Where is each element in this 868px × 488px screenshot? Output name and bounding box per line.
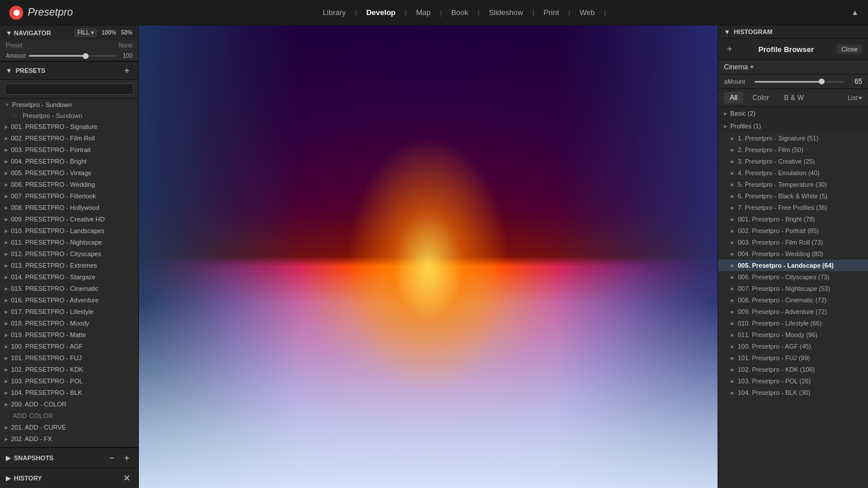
preset-group-header-16[interactable]: ▶017. PRESETPRO - Lifestyle xyxy=(0,306,138,317)
logo-icon: ⬤ xyxy=(9,6,23,20)
preset-group-header-2[interactable]: ▶003. PRESETPRO - Portrait xyxy=(0,144,138,156)
nav-book[interactable]: Book xyxy=(446,6,475,19)
presets-header[interactable]: ▼ Presets + xyxy=(0,62,138,80)
preset-group-header-22[interactable]: ▶103. PRESETPRO - POL xyxy=(0,375,138,387)
amount-label: Amount xyxy=(6,53,25,59)
profile-sub-item-14[interactable]: ▶ 103. Presetpro - POL (26) xyxy=(718,375,868,387)
profile-sub-item-8[interactable]: ▶ 009. Presetpro - Adventure (72) xyxy=(718,306,868,317)
cinema-row: Cinema + xyxy=(718,60,868,75)
profile-sub-item-10[interactable]: ▶ 011. Presetpro - Moody (96) xyxy=(718,329,868,341)
preset-group-header-26[interactable]: ▶202. ADD - FX xyxy=(0,433,138,445)
histogram-header[interactable]: ▼ Histogram xyxy=(718,25,868,39)
basic-group-arrow: ▶ xyxy=(724,111,727,116)
preset-group-header-10[interactable]: ▶011. PRESETPRO - Nightscape xyxy=(0,236,138,248)
preset-label: Preset xyxy=(6,42,23,49)
preset-group-header-24[interactable]: ▶200. ADD - COLOR xyxy=(0,398,138,410)
right-panel: ▼ Histogram + Profile Browser Close Cine… xyxy=(718,25,868,488)
preset-group-header-9[interactable]: ▶010. PRESETPRO - Landscapes xyxy=(0,225,138,236)
preset-group-header-14[interactable]: ▶015. PRESETPRO - Cinematic xyxy=(0,283,138,294)
profile-sub-item-4[interactable]: ▶ 005. Presetpro - Landscape (64) xyxy=(718,260,868,271)
navigator-header[interactable]: ▼ Navigator Fill ▾ 100% 50% xyxy=(0,25,138,40)
nav-web[interactable]: Web xyxy=(573,6,601,19)
history-header[interactable]: ▶ History ✕ xyxy=(0,468,138,488)
history-chevron: ▶ xyxy=(6,475,10,482)
main-photo xyxy=(139,25,718,488)
profile-sub-item-12[interactable]: ▶ 101. Presetpro - FUJ (99) xyxy=(718,352,868,364)
profile-sub-item-7[interactable]: ▶ 008. Presetpro - Cinematic (72) xyxy=(718,294,868,306)
profile-sub-item-2[interactable]: ▶ 003. Presetpro - Film Roll (73) xyxy=(718,236,868,248)
top-navigation: ⬤ Presetpro Library | Develop | Map | Bo… xyxy=(0,0,868,25)
history-close-button[interactable]: ✕ xyxy=(121,472,133,484)
amount-value: 100 xyxy=(120,53,133,59)
preset-group-header-3[interactable]: ▶004. PRESETPRO - Bright xyxy=(0,156,138,167)
fill-button[interactable]: Fill ▾ xyxy=(75,28,97,37)
profile-group-header-profiles[interactable]: ▶ Profiles (1) xyxy=(718,120,868,132)
snapshots-minus-button[interactable]: − xyxy=(106,452,117,464)
profile-sub-item-5[interactable]: ▶ 006. Presetpro - Cityscapes (73) xyxy=(718,271,868,283)
preset-group-header-12[interactable]: ▶013. PRESETPRO - Extremes xyxy=(0,260,138,271)
nav-print[interactable]: Print xyxy=(538,6,565,19)
preset-group-header-15[interactable]: ▶016. PRESETPRO - Adventure xyxy=(0,294,138,306)
preset-group-header-19[interactable]: ▶100. PRESETPRO - AGF xyxy=(0,341,138,352)
profile-sub-item-13[interactable]: ▶ 102. Presetpro - KDK (106) xyxy=(718,364,868,375)
preset-group-header-6[interactable]: ▶007. PRESETPRO - Filterlook xyxy=(0,190,138,202)
preset-item-sundown[interactable]: □ Presetpro - Sundown xyxy=(0,110,138,121)
nav-library[interactable]: Library xyxy=(317,6,352,19)
profile-sub-item-1[interactable]: ▶ 002. Presetpro - Portrait (85) xyxy=(718,225,868,236)
profile-sub-item-15[interactable]: ▶ 104. Presetpro - BLK (30) xyxy=(718,387,868,398)
preset-group-header-11[interactable]: ▶012. PRESETPRO - Cityscapes xyxy=(0,248,138,260)
zoom-50-button[interactable]: 50% xyxy=(121,29,133,36)
snow-ground-overlay xyxy=(139,303,718,488)
preset-group-header-8[interactable]: ▶009. PRESETPRO - Creative HD xyxy=(0,213,138,225)
profile-group-header-basic[interactable]: ▶ Basic (2) xyxy=(718,107,868,120)
preset-group-header-1[interactable]: ▶002. PRESETPRO - Film Roll xyxy=(0,132,138,144)
preset-search-input[interactable] xyxy=(5,83,134,95)
amount-slider-right[interactable] xyxy=(755,81,844,83)
nav-develop[interactable]: Develop xyxy=(361,6,402,19)
preset-group-header-7[interactable]: ▶008. PRESETPRO - Hollywood xyxy=(0,202,138,213)
add-preset-button[interactable]: + xyxy=(121,65,133,76)
preset-group-header-17[interactable]: ▶018. PRESETPRO - Moody xyxy=(0,317,138,329)
preset-file-icon: □ xyxy=(13,112,20,119)
profile-browser-close-button[interactable]: Close xyxy=(837,45,862,54)
list-view-button[interactable]: List ▾ xyxy=(848,94,862,102)
filter-tab-bw[interactable]: B & W xyxy=(778,92,810,103)
app-logo: ⬤ Presetpro xyxy=(9,6,73,20)
profile-item-0[interactable]: ▶ 1. Presetpro - Signature (51) xyxy=(718,132,868,144)
navigator-chevron: ▼ xyxy=(6,29,12,36)
center-image-area xyxy=(139,25,718,488)
preset-group-header-0[interactable]: ▶001. PRESETPRO - Signature xyxy=(0,121,138,132)
filter-tab-all[interactable]: All xyxy=(724,92,743,103)
profile-item-1[interactable]: ▶ 2. Presetpro - Film (50) xyxy=(718,144,868,156)
nav-map[interactable]: Map xyxy=(410,6,436,19)
filter-tab-color[interactable]: Color xyxy=(746,92,775,103)
profile-item-6[interactable]: ▶ 7. Presetpro - Free Profiles (36) xyxy=(718,202,868,213)
preset-group-header-21[interactable]: ▶102. PRESETPRO - KDK xyxy=(0,364,138,375)
profile-sub-item-11[interactable]: ▶ 100. Presetpro - AGF (45) xyxy=(718,341,868,352)
preset-group-header-18[interactable]: ▶019. PRESETPRO - Matte xyxy=(0,329,138,341)
amount-slider[interactable] xyxy=(29,55,116,57)
profile-sub-item-9[interactable]: ▶ 010. Presetpro - Lifestyle (66) xyxy=(718,317,868,329)
preset-group-header-23[interactable]: ▶104. PRESETPRO - BLK xyxy=(0,387,138,398)
search-row xyxy=(0,80,138,99)
profile-item-2[interactable]: ▶ 3. Presetpro - Creative (25) xyxy=(718,156,868,167)
profile-sub-item-0[interactable]: ▶ 001. Presetpro - Bright (78) xyxy=(718,213,868,225)
left-panel: ▼ Navigator Fill ▾ 100% 50% Preset None xyxy=(0,25,139,488)
snapshots-header[interactable]: ▶ Snapshots − + xyxy=(0,448,138,468)
profile-item-5[interactable]: ▶ 6. Presetpro - Black & White (5) xyxy=(718,190,868,202)
profile-plus-button[interactable]: + xyxy=(724,43,735,55)
preset-group-header-13[interactable]: ▶014. PRESETPRO - Stargaze xyxy=(0,271,138,283)
profile-sub-item-3[interactable]: ▶ 004. Presetpro - Wedding (80) xyxy=(718,248,868,260)
nav-slideshow[interactable]: Slideshow xyxy=(483,6,529,19)
preset-group-header-4[interactable]: ▶005. PRESETPRO - Vintage xyxy=(0,167,138,179)
profile-item-4[interactable]: ▶ 5. Presetpro - Temperature (30) xyxy=(718,179,868,190)
snapshots-add-button[interactable]: + xyxy=(121,452,133,464)
preset-group-header-sundown[interactable]: ▼ Presetpro - Sundown xyxy=(0,99,138,110)
preset-group-header-25[interactable]: ▶201. ADD - CURVE xyxy=(0,422,138,433)
logo-text: Presetpro xyxy=(28,6,73,19)
preset-group-header-20[interactable]: ▶101. PRESETPRO - FUJ xyxy=(0,352,138,364)
profile-sub-item-6[interactable]: ▶ 007. Presetpro - Nightscape (53) xyxy=(718,283,868,294)
preset-group-header-5[interactable]: ▶006. PRESETPRO - Wedding xyxy=(0,179,138,190)
profile-item-3[interactable]: ▶ 4. Presetpro - Emulation (40) xyxy=(718,167,868,179)
zoom-100-button[interactable]: 100% xyxy=(101,29,116,36)
